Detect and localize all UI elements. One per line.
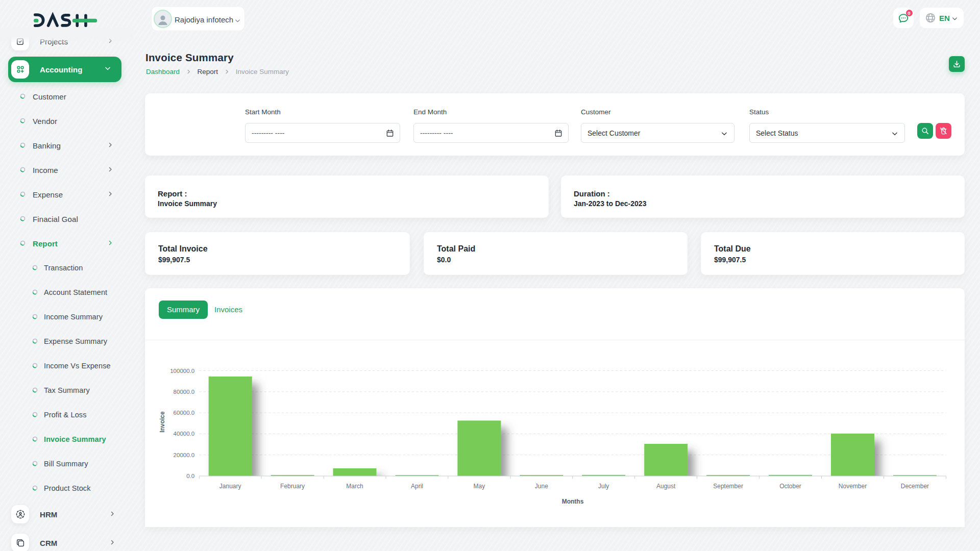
svg-text:June: June — [535, 483, 548, 490]
svg-text:November: November — [839, 483, 867, 490]
svg-text:February: February — [280, 483, 305, 490]
svg-text:Invoice: Invoice — [159, 411, 166, 433]
svg-text:100000.0: 100000.0 — [170, 368, 194, 374]
svg-text:September: September — [713, 483, 743, 490]
svg-text:December: December — [901, 483, 929, 490]
svg-text:May: May — [474, 483, 485, 490]
svg-text:July: July — [598, 483, 609, 490]
svg-text:0.0: 0.0 — [186, 473, 194, 479]
svg-text:60000.0: 60000.0 — [174, 410, 195, 416]
svg-text:March: March — [346, 483, 363, 490]
svg-text:April: April — [411, 483, 423, 490]
svg-text:August: August — [656, 483, 676, 490]
svg-text:20000.0: 20000.0 — [174, 452, 195, 458]
svg-text:October: October — [779, 483, 801, 490]
svg-text:40000.0: 40000.0 — [174, 431, 195, 437]
svg-text:80000.0: 80000.0 — [174, 389, 195, 395]
svg-text:Months: Months — [562, 498, 584, 505]
svg-text:January: January — [219, 483, 241, 490]
